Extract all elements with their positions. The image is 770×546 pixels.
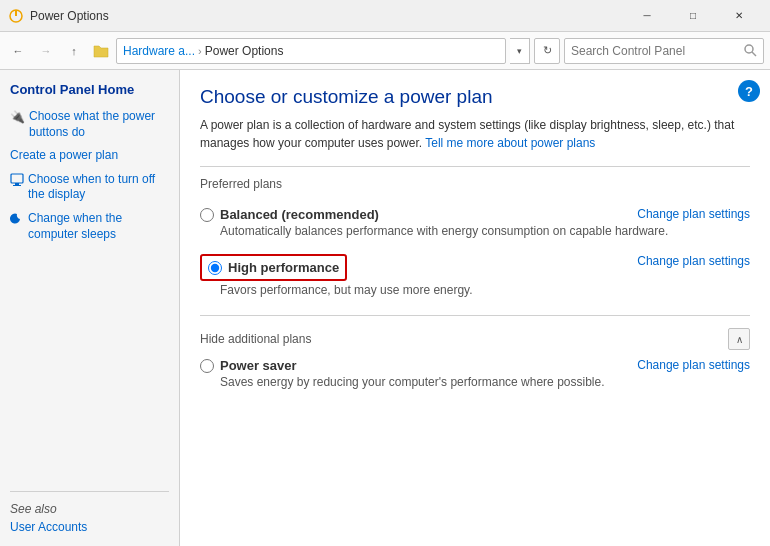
- divider-middle: [200, 315, 750, 316]
- svg-rect-5: [15, 183, 19, 185]
- radio-high-performance[interactable]: [208, 261, 222, 275]
- collapse-plans-button[interactable]: ∧: [728, 328, 750, 350]
- maximize-button[interactable]: □: [670, 0, 716, 32]
- page-title: Choose or customize a power plan: [200, 86, 750, 108]
- display-icon: [10, 173, 24, 192]
- plan-item-balanced: Balanced (recommended) Change plan setti…: [200, 199, 750, 246]
- radio-power-saver[interactable]: [200, 359, 214, 373]
- search-box[interactable]: [564, 38, 764, 64]
- additional-plans-label: Hide additional plans: [200, 332, 311, 346]
- plan-item-power-saver: Power saver Change plan settings Saves e…: [200, 350, 750, 397]
- search-icon: [744, 44, 757, 57]
- sidebar-home-link[interactable]: Control Panel Home: [10, 82, 169, 97]
- breadcrumb-current: Power Options: [205, 44, 284, 58]
- sidebar-link-label-4: Change when the computer sleeps: [28, 211, 169, 242]
- sidebar-link-sleep[interactable]: Change when the computer sleeps: [10, 211, 169, 242]
- content-description: A power plan is a collection of hardware…: [200, 116, 750, 152]
- minimize-button[interactable]: ─: [624, 0, 670, 32]
- see-also-label: See also: [10, 502, 169, 516]
- help-button[interactable]: ?: [738, 80, 760, 102]
- plan-name-high-performance: High performance: [228, 260, 339, 275]
- plan-name-power-saver: Power saver: [220, 358, 297, 373]
- forward-button[interactable]: →: [34, 39, 58, 63]
- sidebar-link-label-1: Choose what the power buttons do: [29, 109, 169, 140]
- plan-row-balanced: Balanced (recommended) Change plan setti…: [200, 207, 750, 222]
- plan-item-high-performance: High performance Change plan settings Fa…: [200, 246, 750, 305]
- sidebar: Control Panel Home 🔌 Choose what the pow…: [0, 70, 180, 546]
- see-also-user-accounts[interactable]: User Accounts: [10, 520, 169, 534]
- address-bar: ← → ↑ Hardware a... › Power Options ▾ ↻: [0, 32, 770, 70]
- sidebar-link-display[interactable]: Choose when to turn off the display: [10, 172, 169, 203]
- power-plans-link[interactable]: Tell me more about power plans: [425, 136, 595, 150]
- change-plan-link-power-saver[interactable]: Change plan settings: [637, 358, 750, 372]
- svg-point-2: [745, 45, 753, 53]
- folder-icon: [92, 42, 110, 60]
- plan-desc-balanced: Automatically balances performance with …: [220, 224, 750, 238]
- change-plan-link-high-performance[interactable]: Change plan settings: [637, 254, 750, 268]
- moon-icon: [10, 212, 24, 226]
- plan-row-high-performance: High performance Change plan settings: [200, 254, 750, 281]
- change-plan-link-balanced[interactable]: Change plan settings: [637, 207, 750, 221]
- plan-highlight-box: High performance: [200, 254, 347, 281]
- plan-row-power-saver: Power saver Change plan settings: [200, 358, 750, 373]
- breadcrumb-parent[interactable]: Hardware a...: [123, 44, 195, 58]
- svg-line-3: [752, 52, 756, 56]
- sidebar-link-label-3: Choose when to turn off the display: [28, 172, 169, 203]
- close-button[interactable]: ✕: [716, 0, 762, 32]
- radio-balanced[interactable]: [200, 208, 214, 222]
- plan-left-high-performance: High performance: [200, 254, 637, 281]
- window-title: Power Options: [30, 9, 624, 23]
- breadcrumb-separator: ›: [198, 45, 202, 57]
- power-button-icon: 🔌: [10, 110, 25, 126]
- plan-desc-power-saver: Saves energy by reducing your computer's…: [220, 375, 750, 389]
- monitor-icon: [10, 173, 24, 187]
- refresh-button[interactable]: ↻: [534, 38, 560, 64]
- up-button[interactable]: ↑: [62, 39, 86, 63]
- sleep-icon: [10, 212, 24, 231]
- plan-left-power-saver: Power saver: [200, 358, 637, 373]
- preferred-plans-label: Preferred plans: [200, 177, 750, 191]
- plan-desc-high-performance: Favors performance, but may use more ene…: [220, 283, 750, 297]
- content-area: ? Choose or customize a power plan A pow…: [180, 70, 770, 546]
- back-button[interactable]: ←: [6, 39, 30, 63]
- plan-name-balanced: Balanced (recommended): [220, 207, 379, 222]
- sidebar-top: Control Panel Home 🔌 Choose what the pow…: [10, 82, 169, 250]
- sidebar-link-create-plan[interactable]: Create a power plan: [10, 148, 169, 164]
- sidebar-link-power-buttons[interactable]: 🔌 Choose what the power buttons do: [10, 109, 169, 140]
- sidebar-link-label-2: Create a power plan: [10, 148, 118, 164]
- window-controls: ─ □ ✕: [624, 0, 762, 32]
- main-layout: Control Panel Home 🔌 Choose what the pow…: [0, 70, 770, 546]
- search-input[interactable]: [571, 44, 740, 58]
- title-bar: Power Options ─ □ ✕: [0, 0, 770, 32]
- address-path[interactable]: Hardware a... › Power Options: [116, 38, 506, 64]
- sidebar-bottom: See also User Accounts: [10, 491, 169, 534]
- additional-plans-header: Hide additional plans ∧: [200, 328, 750, 350]
- address-dropdown[interactable]: ▾: [510, 38, 530, 64]
- plan-left-balanced: Balanced (recommended): [200, 207, 637, 222]
- app-icon: [8, 8, 24, 24]
- svg-rect-4: [11, 174, 23, 183]
- divider-top: [200, 166, 750, 167]
- svg-rect-6: [13, 185, 21, 186]
